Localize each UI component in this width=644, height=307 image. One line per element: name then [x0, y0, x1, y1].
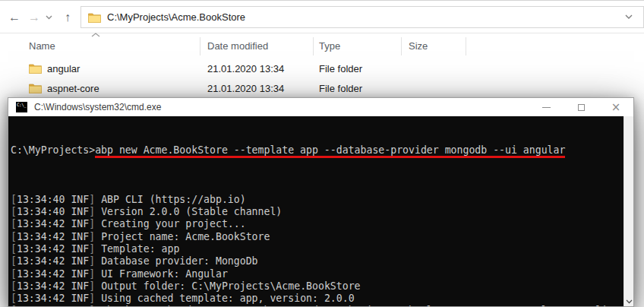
column-separator[interactable] [466, 37, 466, 55]
forward-arrow-icon: → [28, 11, 40, 24]
file-row-angular[interactable]: angular 21.01.2020 13:34 File folder [0, 59, 644, 79]
cmd-title-bar[interactable]: C:\_ C:\Windows\system32\cmd.exe × [8, 98, 633, 116]
address-path[interactable]: C:\MyProjects\Acme.BookStore [107, 11, 245, 23]
console-command-line: C:\MyProjects>abp new Acme.BookStore --t… [11, 144, 623, 157]
maximize-icon [578, 104, 585, 111]
column-header-type[interactable]: Type [319, 40, 340, 52]
back-button[interactable]: ← [5, 1, 24, 34]
column-header-size[interactable]: Size [409, 40, 428, 52]
column-separator[interactable] [401, 37, 402, 55]
up-button[interactable]: ↑ [58, 1, 77, 34]
folder-icon [29, 63, 42, 74]
screen: ← → ↑ C:\MyProjects\Acme.BookStore [0, 0, 644, 307]
recent-locations-button[interactable] [43, 1, 55, 34]
console-line: [13:34:42 INF] Project name: Acme.BookSt… [11, 231, 623, 243]
console-line: [13:34:43 INF] Check out the documents a… [11, 305, 623, 306]
explorer-toolbar: ← → ↑ C:\MyProjects\Acme.BookStore [0, 0, 644, 33]
cmd-window-title: C:\Windows\system32\cmd.exe [34, 102, 161, 112]
address-bar[interactable]: C:\MyProjects\Acme.BookStore [80, 6, 644, 28]
file-row-aspnet-core[interactable]: aspnet-core 21.01.2020 13:34 File folder [0, 79, 644, 99]
close-icon: × [611, 102, 621, 113]
cmd-app-icon: C:\_ [16, 102, 27, 112]
minimize-icon [542, 107, 551, 108]
chevron-down-icon [46, 15, 52, 20]
up-arrow-icon: ↑ [65, 11, 71, 24]
close-button[interactable]: × [598, 98, 633, 116]
console-lines: C:\MyProjects>abp new Acme.BookStore --t… [11, 119, 623, 306]
minimize-button[interactable] [529, 98, 564, 116]
folder-icon [88, 12, 101, 23]
console-line: [13:34:42 INF] Output folder: C:\MyProje… [11, 280, 623, 293]
file-name[interactable]: aspnet-core [47, 83, 99, 94]
maximize-button[interactable] [564, 98, 598, 116]
console-line: [13:34:40 INF] ABP CLI (https://abp.io) [11, 194, 623, 206]
console-command-underlined: abp new Acme.BookStore --template app --… [95, 144, 565, 156]
console-line: [13:34:42 INF] Database provider: MongoD… [11, 255, 623, 267]
file-date-modified: 21.01.2020 13:34 [207, 63, 284, 74]
file-name[interactable]: angular [47, 63, 80, 74]
file-list-header: Name Date modified Type Size [0, 35, 644, 58]
console-line: [13:34:42 INF] Template: app [11, 243, 623, 255]
file-type: File folder [319, 83, 362, 94]
console-prompt: C:\MyProjects> [11, 144, 95, 156]
console-line: [13:34:42 INF] Creating your project... [11, 218, 623, 230]
console-line: [13:34:42 INF] UI Framework: Angular [11, 268, 623, 280]
folder-icon [29, 83, 42, 93]
console-line: [13:34:42 INF] Using cached template: ap… [11, 293, 623, 305]
window-controls: × [529, 98, 633, 116]
console-line: [13:34:40 INF] Version 2.0.0 (Stable cha… [11, 206, 623, 218]
column-separator[interactable] [200, 37, 200, 55]
console-output[interactable]: C:\MyProjects>abp new Acme.BookStore --t… [8, 116, 633, 306]
cmd-window: C:\_ C:\Windows\system32\cmd.exe × C:\My… [8, 97, 634, 307]
forward-button[interactable]: → [24, 1, 44, 34]
column-separator[interactable] [313, 37, 314, 55]
back-arrow-icon: ← [8, 11, 21, 24]
file-date-modified: 21.01.2020 13:34 [207, 83, 284, 94]
sort-ascending-chevron-icon [91, 33, 100, 37]
column-header-date-modified[interactable]: Date modified [207, 40, 268, 52]
scroll-down-chevron-icon[interactable] [626, 299, 633, 304]
console-scrollbar[interactable] [623, 116, 633, 306]
file-type: File folder [319, 63, 362, 74]
address-dropdown-chevron-icon[interactable] [625, 14, 633, 20]
column-header-name[interactable]: Name [29, 40, 55, 52]
